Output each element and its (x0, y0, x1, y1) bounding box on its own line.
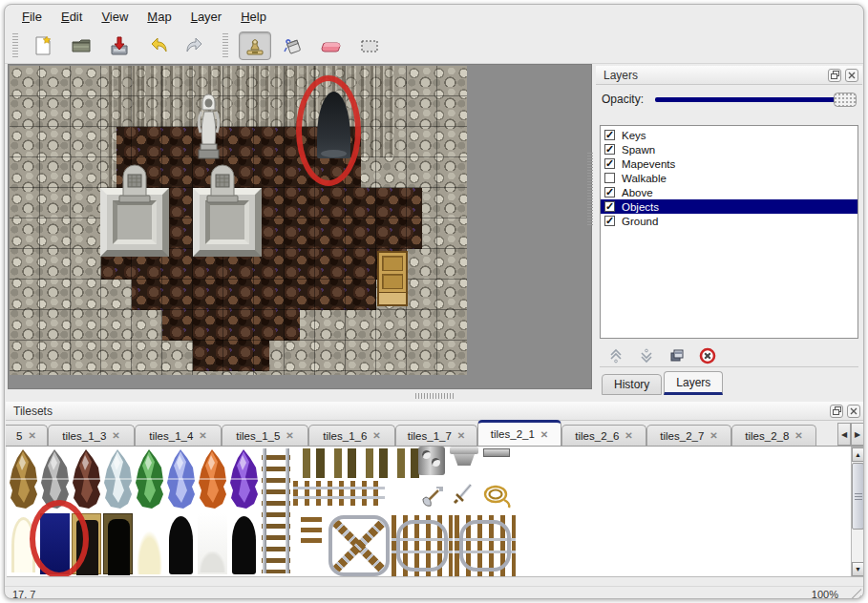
wood-beam-tile[interactable] (330, 448, 360, 478)
tab-layers[interactable]: Layers (664, 371, 723, 395)
tileset-tab-tiles_1_7[interactable]: tiles_1_7✕ (395, 425, 477, 446)
window-resize-grip[interactable] (848, 588, 861, 599)
menu-map[interactable]: Map (138, 7, 180, 27)
horizontal-splitter[interactable] (415, 393, 454, 399)
column-capital-tile[interactable] (450, 447, 478, 466)
track-loop-tile[interactable] (392, 515, 453, 576)
layer-row-ground[interactable]: ✓Ground (601, 214, 857, 228)
move-layer-down-button[interactable] (638, 347, 655, 364)
sword-tile[interactable] (450, 481, 478, 509)
menu-view[interactable]: View (92, 7, 138, 27)
tileset-tile-door-dark[interactable] (103, 513, 133, 574)
crystal-rock-tile-3[interactable] (103, 448, 133, 509)
tileset-tile-snow[interactable] (198, 513, 227, 574)
close-tilesets-button[interactable] (847, 405, 860, 418)
menu-help[interactable]: Help (231, 7, 276, 27)
layer-row-objects[interactable]: ✓Objects (601, 199, 857, 214)
layer-row-keys[interactable]: ✓Keys (601, 128, 857, 142)
tab-history[interactable]: History (602, 374, 662, 395)
float-tilesets-button[interactable] (830, 405, 843, 418)
crystal-rock-tile-4[interactable] (135, 448, 164, 509)
crystal-rock-tile-7[interactable] (229, 448, 259, 509)
move-layer-up-button[interactable] (607, 347, 625, 364)
open-map-button[interactable] (65, 31, 97, 60)
track-crossing-tile[interactable] (328, 515, 390, 576)
track-loop-tile[interactable] (455, 515, 516, 576)
opacity-slider-track[interactable] (655, 97, 857, 102)
tileset-tab-tiles_2_8[interactable]: tiles_2_8✕ (731, 425, 816, 446)
map-canvas[interactable] (10, 66, 467, 375)
float-panel-button[interactable] (828, 69, 841, 82)
layer-row-above[interactable]: ✓Above (601, 185, 857, 199)
eraser-tool-button[interactable] (315, 31, 348, 60)
delete-layer-button[interactable] (699, 347, 716, 364)
close-tab-icon[interactable]: ✕ (29, 430, 36, 441)
opacity-slider[interactable] (655, 92, 857, 107)
crystal-rock-tile-2[interactable] (72, 448, 101, 509)
opacity-slider-handle[interactable] (834, 93, 857, 107)
close-tab-icon[interactable]: ✕ (112, 430, 119, 441)
select-tool-button[interactable] (353, 31, 386, 60)
close-tab-icon[interactable]: ✕ (794, 430, 802, 441)
checkbox-spawn[interactable]: ✓ (604, 144, 615, 155)
shovel-tile[interactable] (419, 481, 448, 509)
tileset-tile-black-arch[interactable] (229, 513, 259, 574)
checkbox-walkable[interactable] (604, 173, 615, 183)
tileset-scrollbar[interactable]: ▲ ▼ (851, 447, 864, 577)
layer-row-walkable[interactable]: Walkable (601, 171, 857, 185)
new-map-button[interactable] (27, 31, 59, 60)
wood-beam-tile[interactable] (299, 448, 328, 478)
tileset-tab-5[interactable]: 5✕ (6, 425, 48, 446)
close-tab-icon[interactable]: ✕ (540, 429, 548, 440)
close-tab-icon[interactable]: ✕ (286, 430, 293, 441)
close-tab-icon[interactable]: ✕ (709, 430, 717, 441)
close-tab-icon[interactable]: ✕ (199, 430, 206, 441)
save-map-button[interactable] (103, 31, 136, 60)
tileset-tab-tiles_1_4[interactable]: tiles_1_4✕ (135, 425, 222, 446)
track-ties-tile[interactable] (297, 517, 326, 546)
vertical-splitter[interactable] (587, 153, 593, 225)
close-tab-icon[interactable]: ✕ (372, 430, 380, 441)
layer-row-spawn[interactable]: ✓Spawn (601, 142, 857, 156)
vertical-track-tile[interactable] (262, 448, 290, 573)
crystal-rock-tile-0[interactable] (9, 448, 38, 509)
wood-beam-tile[interactable] (362, 448, 392, 478)
tileset-tab-tiles_1_3[interactable]: tiles_1_3✕ (48, 425, 135, 446)
crystal-rock-tile-5[interactable] (166, 448, 196, 509)
scroll-down-icon[interactable]: ▼ (852, 562, 864, 576)
menu-edit[interactable]: Edit (52, 7, 92, 27)
tileset-tab-tiles_2_6[interactable]: tiles_2_6✕ (561, 425, 646, 446)
tab-scroll-right-icon[interactable]: ▶ (851, 423, 864, 446)
tileset-tab-tiles_2_1[interactable]: tiles_2_1✕ (477, 420, 561, 446)
checkbox-objects[interactable]: ✓ (604, 201, 615, 212)
tileset-tab-tiles_1_5[interactable]: tiles_1_5✕ (222, 425, 308, 446)
fill-tool-button[interactable] (277, 31, 309, 60)
scroll-up-icon[interactable]: ▲ (852, 447, 864, 462)
close-panel-button[interactable] (845, 69, 858, 82)
close-tab-icon[interactable]: ✕ (457, 430, 465, 441)
tileset-tab-tiles_2_7[interactable]: tiles_2_7✕ (646, 425, 731, 446)
tileset-view[interactable] (7, 447, 851, 577)
crystal-rock-tile-6[interactable] (198, 448, 227, 509)
undo-button[interactable] (141, 31, 174, 60)
menu-layer[interactable]: Layer (181, 7, 232, 27)
menu-file[interactable]: File (12, 7, 52, 27)
horizontal-track-tile[interactable] (293, 481, 385, 506)
stone-beam-tile[interactable] (483, 448, 510, 457)
tileset-tile-ghost-faint[interactable] (135, 513, 164, 574)
checkbox-keys[interactable]: ✓ (604, 130, 615, 140)
rope-coil-tile[interactable] (480, 481, 509, 509)
checkbox-mapevents[interactable]: ✓ (604, 158, 615, 169)
stamp-tool-button[interactable] (239, 31, 271, 60)
close-tab-icon[interactable]: ✕ (625, 430, 632, 441)
skull-pillar-tile[interactable] (418, 447, 445, 475)
duplicate-layer-button[interactable] (668, 347, 686, 364)
checkbox-above[interactable]: ✓ (604, 187, 615, 198)
layer-row-mapevents[interactable]: ✓Mapevents (601, 156, 857, 171)
toolbar-grip[interactable] (12, 33, 18, 58)
redo-button[interactable] (180, 31, 212, 60)
tab-scroll-left-icon[interactable]: ◀ (837, 423, 851, 446)
tileset-tile-black-arch[interactable] (166, 513, 196, 574)
checkbox-ground[interactable]: ✓ (604, 216, 615, 226)
scrollbar-thumb[interactable] (852, 463, 864, 530)
